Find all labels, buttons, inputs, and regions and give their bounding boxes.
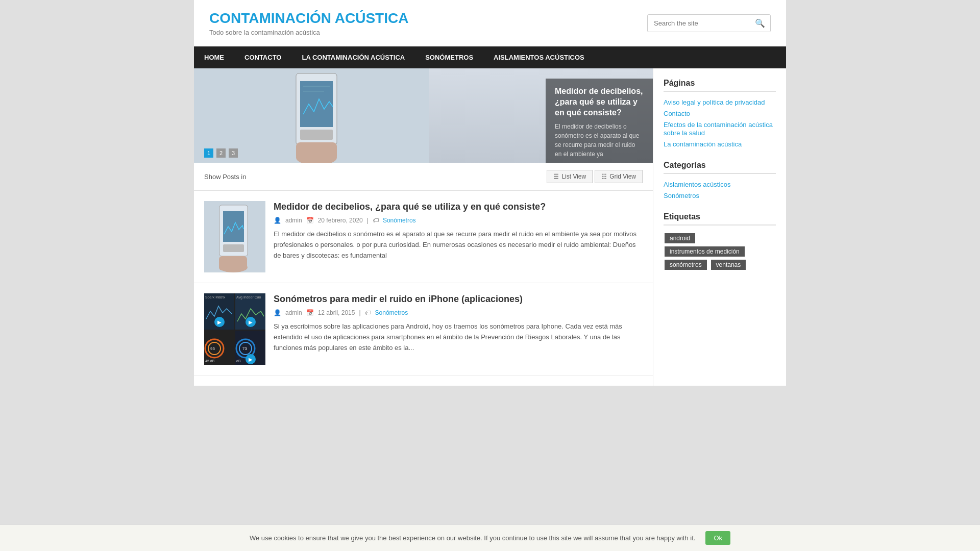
slider-dot-1[interactable]: 1: [204, 148, 213, 158]
post-content-1: Medidor de decibelios, ¿para qué se util…: [274, 201, 643, 272]
slider-dot-2[interactable]: 2: [216, 148, 226, 158]
content-area: Medidor de decibelios, ¿para qué se util…: [194, 68, 786, 386]
sidebar-pages: Páginas Aviso legal y política de privac…: [664, 79, 776, 148]
sidebar-tags-title: Etiquetas: [664, 212, 776, 226]
grid-view-label: Grid View: [609, 173, 636, 180]
posts-header-label: Show Posts in: [204, 173, 246, 181]
post-title-2[interactable]: Sonómetros para medir el ruido en iPhone…: [274, 293, 643, 305]
svg-rect-11: [223, 244, 244, 252]
main-column: Medidor de decibelios, ¿para qué se util…: [194, 68, 653, 386]
post-meta-2: 👤 admin 📅 12 abril, 2015 | 🏷 Sonómetros: [274, 309, 643, 316]
sidebar-categories: Categorías Aislamientos acústicos Sonóme…: [664, 161, 776, 199]
post-image-1: [204, 201, 265, 272]
hero-slider: Medidor de decibelios, ¿para qué se util…: [194, 68, 653, 163]
list-item: Sonómetros: [664, 191, 776, 199]
post-excerpt-2: Si ya escribimos sobre las aplicaciones …: [274, 321, 643, 353]
sidebar-page-link-2[interactable]: Contacto: [664, 110, 690, 117]
list-icon: ☰: [553, 173, 559, 180]
tag-sonometros[interactable]: sonómetros: [665, 260, 707, 270]
cookie-bar: We use cookies to ensure that we give yo…: [0, 524, 980, 551]
svg-text:73: 73: [242, 346, 247, 351]
nav-home[interactable]: HOME: [194, 46, 234, 68]
tag-icon-1: 🏷: [373, 217, 379, 224]
date-icon: 📅: [306, 217, 314, 224]
list-view-button[interactable]: ☰ List View: [547, 170, 593, 183]
main-nav: HOME CONTACTO LA CONTAMINACIÓN ACÚSTICA …: [194, 46, 786, 68]
post-category-1[interactable]: Sonómetros: [383, 217, 416, 224]
tag-instrumentos[interactable]: instrumentos de medición: [665, 246, 745, 257]
author-icon: 👤: [274, 217, 281, 224]
list-item: La contaminación acústica: [664, 140, 776, 148]
svg-rect-13: [219, 256, 247, 270]
sidebar-categories-list: Aislamientos acústicos Sonómetros: [664, 180, 776, 199]
list-item: Contacto: [664, 109, 776, 117]
svg-text:Spark Matrix: Spark Matrix: [205, 295, 226, 299]
grid-view-button[interactable]: ☷ Grid View: [595, 170, 643, 183]
post-date-1: 20 febrero, 2020: [318, 217, 363, 224]
tag-icon-2: 🏷: [365, 309, 371, 316]
svg-text:45 dB: 45 dB: [205, 359, 215, 363]
svg-text:dB: dB: [236, 359, 241, 363]
svg-rect-3: [300, 130, 333, 140]
sidebar-pages-list: Aviso legal y política de privacidad Con…: [664, 98, 776, 148]
slider-dot-3[interactable]: 3: [229, 148, 238, 158]
post-date-2: 12 abril, 2015: [318, 309, 355, 316]
date-icon-2: 📅: [306, 309, 314, 316]
cookie-message: We use cookies to ensure that we give yo…: [250, 534, 695, 542]
view-buttons: ☰ List View ☷ Grid View: [547, 170, 643, 183]
sidebar-pages-title: Páginas: [664, 79, 776, 92]
nav-aislamientos[interactable]: AISLAMIENTOS ACÚSTICOS: [483, 46, 595, 68]
slider-background: Medidor de decibelios, ¿para qué se util…: [194, 68, 653, 163]
sidebar-page-link-4[interactable]: La contaminación acústica: [664, 140, 742, 148]
play-button-2[interactable]: ▶: [246, 317, 256, 327]
header: CONTAMINACIÓN ACÚSTICA Todo sobre la con…: [194, 0, 786, 46]
post-author-1: admin: [285, 217, 302, 224]
search-input[interactable]: [648, 16, 750, 31]
cookie-ok-button[interactable]: Ok: [705, 531, 730, 545]
list-item: Aviso legal y política de privacidad: [664, 98, 776, 106]
post-content-2: Sonómetros para medir el ruido en iPhone…: [274, 293, 643, 365]
search-button[interactable]: 🔍: [750, 15, 770, 32]
sidebar-categories-title: Categorías: [664, 161, 776, 174]
svg-text:Avg Indoor Cao: Avg Indoor Cao: [236, 295, 261, 299]
post-item-2: Spark Matrix ▶ Avg Indoor Cao ▶: [194, 283, 653, 375]
play-button-1[interactable]: ▶: [214, 317, 225, 327]
nav-contacto[interactable]: CONTACTO: [234, 46, 291, 68]
svg-rect-5: [296, 142, 337, 160]
play-button-3[interactable]: ▶: [246, 354, 256, 364]
site-tagline: Todo sobre la contaminación acústica: [209, 29, 408, 36]
separator-1: |: [367, 217, 369, 224]
post-item: Medidor de decibelios, ¿para qué se util…: [194, 191, 653, 283]
sidebar-cat-link-1[interactable]: Aislamientos acústicos: [664, 181, 731, 188]
sidebar-page-link-3[interactable]: Efectos de la contaminación acústica sob…: [664, 121, 773, 137]
list-item: Aislamientos acústicos: [664, 180, 776, 188]
tags-container: android instrumentos de medición sonómet…: [664, 232, 776, 271]
site-title[interactable]: CONTAMINACIÓN ACÚSTICA: [209, 10, 408, 26]
slider-excerpt: El medidor de decibelios o sonómetro es …: [555, 122, 644, 159]
sidebar-page-link-1[interactable]: Aviso legal y política de privacidad: [664, 98, 765, 106]
nav-contaminacion[interactable]: LA CONTAMINACIÓN ACÚSTICA: [291, 46, 415, 68]
posts-header: Show Posts in ☰ List View ☷ Grid View: [194, 163, 653, 191]
post-excerpt-1: El medidor de decibelios o sonómetro es …: [274, 229, 643, 261]
author-icon-2: 👤: [274, 309, 281, 316]
tag-ventanas[interactable]: ventanas: [711, 260, 746, 270]
post-thumbnail-1: [204, 201, 265, 272]
slider-dots: 1 2 3: [204, 148, 238, 158]
separator-2: |: [359, 309, 360, 316]
post-meta-1: 👤 admin 📅 20 febrero, 2020 | 🏷 Sonómetro…: [274, 217, 643, 224]
list-view-label: List View: [561, 173, 586, 180]
post-grid-image: Spark Matrix ▶ Avg Indoor Cao ▶: [204, 293, 265, 365]
svg-text:95: 95: [210, 346, 215, 351]
tag-android[interactable]: android: [665, 233, 695, 243]
post-title-1[interactable]: Medidor de decibelios, ¿para qué se util…: [274, 201, 643, 213]
post-category-2[interactable]: Sonómetros: [375, 309, 408, 316]
post-thumbnail-2: Spark Matrix ▶ Avg Indoor Cao ▶: [204, 293, 265, 365]
grid-icon: ☷: [601, 173, 607, 180]
sidebar-cat-link-2[interactable]: Sonómetros: [664, 192, 699, 199]
slider-title: Medidor de decibelios, ¿para qué se util…: [555, 86, 644, 118]
nav-sonometros[interactable]: SONÓMETROS: [415, 46, 483, 68]
search-icon: 🔍: [755, 19, 765, 28]
post-author-2: admin: [285, 309, 302, 316]
sidebar-tags: Etiquetas android instrumentos de medici…: [664, 212, 776, 271]
list-item: Efectos de la contaminación acústica sob…: [664, 120, 776, 137]
